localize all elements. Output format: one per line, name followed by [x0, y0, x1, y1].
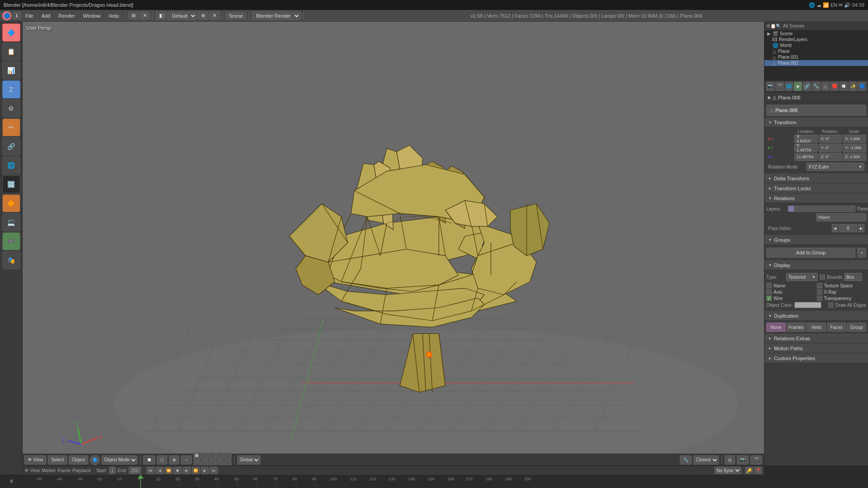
blender2-icon[interactable]: 🔶: [2, 194, 20, 212]
filezilla-icon[interactable]: Z: [2, 80, 20, 99]
xray-checkbox[interactable]: [817, 289, 822, 295]
relations-section-header[interactable]: ▼ Relations: [764, 193, 868, 203]
dup-none-btn[interactable]: None: [766, 323, 786, 332]
rel-layer-7[interactable]: [829, 206, 835, 212]
z-rot-field[interactable]: Z: 0°: [819, 153, 842, 161]
x-rot-field[interactable]: X: 0°: [819, 135, 842, 143]
modifiers-btn[interactable]: 🔧: [812, 82, 820, 91]
object-mode-icon[interactable]: 🔷: [90, 455, 100, 465]
pivot-btn[interactable]: ⊕: [169, 455, 179, 465]
layout-select[interactable]: Default: [168, 12, 197, 20]
groups-section-header[interactable]: ▼ Groups: [764, 235, 868, 245]
world-props-btn[interactable]: 🌐: [785, 82, 793, 91]
blender-logo-btn[interactable]: 🔵: [2, 11, 12, 21]
object-menu-btn[interactable]: Object: [69, 455, 88, 465]
rel-layer-10[interactable]: [849, 206, 855, 212]
scene-btn[interactable]: Scene: [226, 12, 246, 19]
proportional-edit-btn[interactable]: ◎: [725, 455, 735, 465]
render-props-btn[interactable]: 📷: [766, 82, 774, 91]
x-scale-field[interactable]: X: 1.000: [843, 135, 866, 143]
object-props-btn[interactable]: ◆: [794, 82, 802, 91]
timeline-marker-btn[interactable]: Marker: [42, 468, 56, 473]
duplication-section-header[interactable]: ▼ Duplication: [764, 311, 868, 321]
snap-type-select[interactable]: Closest: [693, 455, 719, 465]
axis-checkbox[interactable]: [766, 289, 772, 295]
object-name-input[interactable]: △ Plane.006: [766, 105, 866, 116]
globe-icon[interactable]: 🌐: [2, 156, 20, 174]
menu-file[interactable]: File: [22, 12, 37, 19]
timeline-playback-btn[interactable]: Playback: [72, 468, 91, 473]
pass-index-value[interactable]: 0: [839, 224, 857, 232]
constraints-btn[interactable]: 🔗: [803, 82, 811, 91]
rel-layer-9[interactable]: [842, 206, 849, 212]
timeline-extra-btn1[interactable]: 🔑: [745, 467, 753, 474]
play-back-btn[interactable]: ⏪: [165, 467, 173, 474]
add-to-group-extra-btn[interactable]: +: [857, 248, 866, 258]
nodes-icon[interactable]: 🔗: [2, 137, 20, 155]
draw-all-edges-checkbox[interactable]: [828, 302, 834, 308]
dup-verts-btn[interactable]: Verts: [807, 323, 826, 332]
timeline-end-field[interactable]: 250: [129, 467, 141, 474]
outliner-item-scene[interactable]: ▶ 🎬 Scene: [764, 31, 868, 37]
step-back-btn[interactable]: ◀: [156, 467, 164, 474]
add-to-group-btn[interactable]: Add to Group: [766, 248, 855, 258]
display-section-header[interactable]: ▼ Display: [764, 260, 868, 270]
menu-render[interactable]: Render: [55, 12, 78, 19]
scene-props-btn[interactable]: 🎬: [775, 82, 783, 91]
viewport-persp-btn[interactable]: ⬡: [157, 455, 167, 465]
rel-layer-2[interactable]: [795, 206, 801, 212]
coordinate-system-select[interactable]: Global: [237, 455, 260, 465]
snap-toggle[interactable]: 🔧: [680, 455, 692, 465]
obj-color-swatch[interactable]: [794, 302, 821, 308]
texture-space-checkbox[interactable]: [817, 283, 822, 288]
terminal-icon[interactable]: 💻: [2, 213, 20, 231]
rel-layer-5[interactable]: [815, 206, 821, 212]
delta-transform-header[interactable]: ▼ Delta Transform: [764, 174, 868, 183]
draw-icon[interactable]: ✏: [2, 118, 20, 136]
outliner-item-plane002[interactable]: △ Plane.002: [764, 60, 868, 66]
bounds-type-select[interactable]: Box: [844, 273, 862, 281]
timeline-icon[interactable]: 📊: [2, 61, 20, 80]
layer-5[interactable]: [224, 452, 231, 460]
sync-select[interactable]: No Sync: [714, 467, 741, 474]
material-btn[interactable]: 🔴: [830, 82, 839, 91]
main-viewport[interactable]: X Y Z User Persp (0) Plane.006: [23, 22, 764, 465]
motion-paths-header[interactable]: ▼ Motion Paths: [764, 343, 868, 353]
outliner-item-plane001[interactable]: △ Plane.001: [764, 54, 868, 60]
goto-end-btn[interactable]: ⏭: [210, 467, 218, 474]
outliner-item-world[interactable]: 🌐 World: [764, 42, 868, 48]
info-panel-icon[interactable]: 📋: [2, 42, 20, 61]
timeline-frame-btn[interactable]: Frame: [57, 468, 71, 473]
display-type-select[interactable]: Textured ▼: [786, 273, 818, 281]
icon-btn5[interactable]: ✕: [209, 12, 220, 19]
rel-layer-1[interactable]: [788, 206, 794, 212]
render-engine-select[interactable]: Blender Render: [252, 12, 301, 20]
icon-btn4[interactable]: ⊕: [198, 12, 208, 19]
rel-layer-8[interactable]: [835, 206, 842, 212]
stop-btn[interactable]: ⏹: [174, 467, 182, 474]
x-loc-field[interactable]: X: 3.82537: [794, 135, 818, 143]
fast-fwd-btn[interactable]: ⏩: [192, 467, 200, 474]
dup-group-btn[interactable]: Group: [847, 323, 866, 332]
menu-help[interactable]: Help: [105, 12, 123, 19]
blender-icon[interactable]: 🔷: [2, 23, 20, 42]
viewport-shade-btn[interactable]: 🔲: [143, 455, 155, 465]
icon-btn3[interactable]: ◧: [156, 12, 167, 19]
rotation-mode-select[interactable]: XYZ Euler ▼: [806, 163, 864, 171]
physics-btn[interactable]: 🔵: [858, 82, 866, 91]
render-btn[interactable]: 🎬: [750, 455, 762, 465]
dup-frames-btn[interactable]: Frames: [787, 323, 806, 332]
y-rot-field[interactable]: Y: 0°: [819, 144, 842, 152]
z-loc-field[interactable]: 11.88704: [794, 153, 818, 161]
outliner-item-renderlayers[interactable]: 🎞 RenderLayers: [764, 37, 868, 42]
rel-layer-6[interactable]: [822, 206, 828, 212]
layer-4[interactable]: [217, 452, 224, 460]
parent-field[interactable]: Object: [816, 213, 867, 221]
wire-checkbox[interactable]: [766, 296, 772, 301]
relations-extras-header[interactable]: ▼ Relations Extras: [764, 333, 868, 343]
layer-2[interactable]: [201, 452, 208, 460]
pass-index-dec[interactable]: ◄: [832, 224, 838, 232]
calculator-icon[interactable]: 🔢: [2, 175, 20, 193]
pass-index-inc[interactable]: ►: [858, 224, 864, 232]
layer-3[interactable]: [209, 452, 216, 460]
